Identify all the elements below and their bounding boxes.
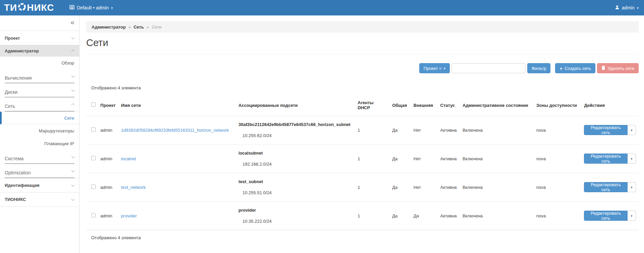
column-header-network-name[interactable]: Имя сети	[118, 95, 236, 116]
sidebar-item-label: Плавающие IP	[44, 141, 74, 146]
row-actions-dropdown[interactable]: ▾	[628, 154, 636, 164]
sidebar-section-compute[interactable]: Вычисления	[0, 69, 79, 83]
sidebar-item-label: ТИОНИКС	[5, 197, 26, 202]
main-content: Администратор » Сеть » Сети Сети Проект …	[79, 15, 644, 253]
sidebar-item-floating-ips[interactable]: Плавающие IP	[0, 137, 79, 150]
chevron-down-icon	[71, 36, 75, 39]
sidebar-item-label: Обзор	[61, 60, 74, 66]
edit-network-button[interactable]: Редактировать сеть	[584, 154, 627, 164]
domain-project-switcher[interactable]: Default • admin ▾	[69, 0, 113, 15]
subnet-cidr: 10.255.62.0/24	[243, 133, 352, 138]
top-header-bar: ТИ НИКС Default • admin ▾ admin ▾	[0, 0, 644, 15]
cell-external: Нет	[411, 144, 438, 173]
table-header-row: Проект Имя сети Ассоциированные подсети …	[86, 95, 639, 116]
sidebar-item-identity[interactable]: Идентификация	[0, 178, 79, 192]
sidebar-item-tionix[interactable]: ТИОНИКС	[0, 192, 79, 206]
network-name-link[interactable]: 1d9392d058284cf69233fefd55163311_horizon…	[121, 128, 229, 133]
edit-network-button[interactable]: Редактировать сеть	[584, 125, 627, 135]
subnet-cidr: 10.35.222.0/24	[243, 219, 352, 224]
network-name-link[interactable]: test_network	[121, 185, 146, 190]
caret-down-icon: ▾	[111, 6, 113, 10]
row-actions-dropdown[interactable]: ▾	[628, 182, 636, 192]
cell-project: admin	[98, 202, 118, 230]
sidebar-item-networks[interactable]: Сети	[0, 112, 79, 124]
cell-project: admin	[98, 173, 118, 202]
delete-networks-label: Удалить сети	[607, 66, 634, 71]
cell-status: Активна	[438, 144, 460, 173]
items-shown-bottom: Отображено 4 элемента	[86, 230, 639, 240]
column-header-project[interactable]: Проект	[98, 95, 118, 116]
network-name-link[interactable]: provider	[121, 213, 137, 218]
edit-network-button[interactable]: Редактировать сеть	[584, 182, 627, 192]
sidebar-item-label: Администратор	[5, 48, 39, 53]
column-header-admin-state[interactable]: Административное состояние	[460, 95, 534, 116]
row-actions-dropdown[interactable]: ▾	[628, 211, 636, 221]
chevron-down-icon	[71, 88, 75, 92]
column-header-status[interactable]: Статус	[438, 95, 460, 116]
breadcrumb-network-link[interactable]: Сеть	[133, 25, 144, 30]
chevron-up-icon	[71, 103, 75, 107]
sidebar-item-routers[interactable]: Маршрутизаторы	[0, 124, 79, 137]
cell-shared: Да	[389, 173, 411, 202]
delete-networks-button[interactable]: Удалить сети	[597, 63, 639, 73]
cell-external: Да	[411, 202, 438, 230]
sidebar-section-network[interactable]: Сеть	[0, 97, 79, 111]
cell-external: Нет	[411, 116, 438, 144]
caret-down-icon: ▾	[637, 6, 639, 10]
project-filter-label: Проект =	[424, 66, 442, 71]
row-checkbox[interactable]	[91, 127, 96, 132]
context-label: Default • admin	[77, 5, 109, 10]
caret-down-icon: ▾	[631, 128, 632, 132]
sidebar-collapse-button[interactable]: «	[70, 18, 74, 26]
sidebar-collapse-row: «	[0, 15, 79, 31]
subnet-cidr: 10.255.51.0/24	[243, 190, 352, 195]
filter-button[interactable]: Фильтр	[527, 63, 551, 73]
caret-down-icon: ▾	[631, 214, 632, 218]
sidebar-item-admin[interactable]: Администратор	[0, 45, 79, 56]
user-menu[interactable]: admin ▾	[615, 0, 639, 15]
project-filter-dropdown[interactable]: Проект = ▾	[419, 63, 450, 73]
cell-status: Активна	[438, 116, 460, 144]
cell-admin-state: Включена	[460, 173, 534, 202]
cell-zones: nova	[534, 116, 581, 144]
create-network-label: Создать сеть	[565, 66, 591, 71]
table-row: admin localnet localsubnet 192.168.2.0/2…	[86, 144, 639, 173]
column-header-dhcp-agents[interactable]: Агенты DHCP	[355, 95, 389, 116]
cell-dhcp-agents: 1	[355, 144, 389, 173]
row-checkbox[interactable]	[91, 184, 96, 189]
table-list-icon	[69, 5, 74, 10]
row-checkbox[interactable]	[91, 156, 96, 160]
cell-zones: nova	[534, 202, 581, 230]
column-header-zones[interactable]: Зоны доступности	[534, 95, 581, 116]
sidebar-item-overview[interactable]: Обзор	[0, 56, 79, 69]
subnet-name: localsubnet	[238, 151, 352, 156]
chevron-down-icon	[71, 197, 75, 201]
networks-table: Проект Имя сети Ассоциированные подсети …	[86, 95, 639, 230]
edit-network-button[interactable]: Редактировать сеть	[584, 211, 627, 221]
network-name-link[interactable]: localnet	[121, 156, 136, 161]
sidebar-section-volumes[interactable]: Диски	[0, 83, 79, 97]
table-row: admin 1d9392d058284cf69233fefd55163311_h…	[86, 116, 639, 144]
chevron-down-icon	[71, 155, 75, 158]
sidebar-item-project[interactable]: Проект	[0, 31, 79, 45]
cell-admin-state: Включена	[460, 116, 534, 144]
cell-zones: nova	[534, 144, 581, 173]
items-shown-top: Отображено 4 элемента	[91, 85, 639, 90]
sidebar-section-label: Система	[5, 156, 23, 161]
filter-input[interactable]	[451, 63, 525, 73]
caret-down-icon: ▾	[631, 157, 632, 161]
select-all-checkbox[interactable]	[91, 102, 96, 107]
column-header-subnets[interactable]: Ассоциированные подсети	[236, 95, 355, 116]
breadcrumb-admin-link[interactable]: Администратор	[92, 25, 126, 30]
column-header-external[interactable]: Внешняя	[411, 95, 438, 116]
sidebar-item-label: Проект	[5, 36, 20, 41]
row-actions-dropdown[interactable]: ▾	[628, 125, 636, 135]
column-header-actions[interactable]: Действия	[581, 95, 639, 116]
row-checkbox[interactable]	[91, 213, 96, 217]
column-header-shared[interactable]: Общая	[389, 95, 411, 116]
sidebar-section-optimization[interactable]: Optimization	[0, 164, 79, 177]
sidebar-section-system[interactable]: Система	[0, 150, 79, 163]
create-network-button[interactable]: + Создать сеть	[555, 63, 595, 73]
sidebar-nav: « Проект Администратор Обзор Вычисления …	[0, 15, 79, 253]
table-toolbar: Проект = ▾ Фильтр + Создать сеть Удалить…	[86, 63, 639, 73]
